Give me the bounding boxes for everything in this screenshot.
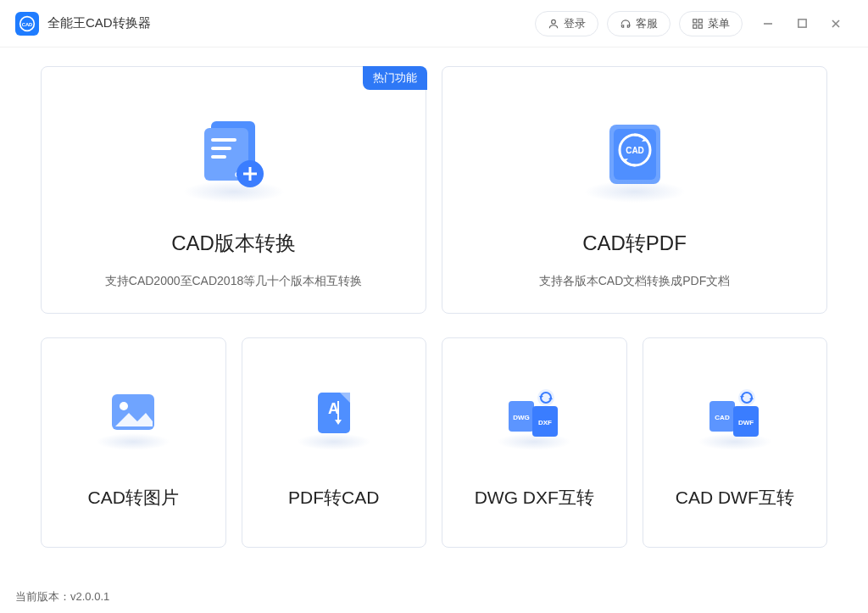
status-version: 当前版本：v2.0.0.1 — [15, 589, 109, 605]
login-label: 登录 — [564, 16, 586, 31]
card-pdf-to-cad[interactable]: A PDF转CAD — [242, 337, 427, 548]
card-title: DWG DXF互转 — [475, 486, 594, 510]
svg-text:CAD: CAD — [715, 414, 730, 421]
svg-rect-4 — [698, 19, 702, 22]
close-button[interactable] — [819, 7, 853, 41]
svg-rect-14 — [211, 147, 231, 150]
close-icon — [830, 18, 842, 30]
menu-button[interactable]: 菜单 — [679, 11, 743, 36]
support-button[interactable]: 客服 — [607, 11, 670, 36]
svg-text:DWG: DWG — [513, 414, 530, 421]
cad-logo-icon: CAD — [19, 15, 36, 32]
svg-rect-13 — [211, 138, 236, 142]
svg-text:CAD: CAD — [626, 146, 644, 155]
card-cad-to-image[interactable]: CAD转图片 — [41, 337, 226, 548]
card-desc: 支持CAD2000至CAD2018等几十个版本相互转换 — [105, 274, 362, 289]
svg-rect-8 — [798, 20, 805, 27]
app-title: 全能王CAD转换器 — [47, 15, 151, 31]
svg-point-2 — [552, 20, 556, 24]
card-title: CAD版本转换 — [171, 230, 296, 257]
cad-image-icon — [95, 376, 171, 452]
card-dwg-dxf[interactable]: DWG DXF DWG DXF互转 — [442, 337, 627, 548]
svg-text:DWF: DWF — [738, 419, 754, 426]
card-cad-version-convert[interactable]: 热门功能 CAD CAD版本转换 支持CAD2000至CAD2018等几十个版本… — [41, 66, 426, 314]
cad-dwf-icon: CAD DWF — [697, 376, 773, 452]
card-title: PDF转CAD — [288, 486, 379, 510]
grid-icon — [692, 18, 704, 30]
svg-point-27 — [120, 402, 128, 410]
minimize-icon — [762, 18, 774, 30]
user-icon — [548, 18, 559, 30]
svg-rect-5 — [693, 25, 697, 28]
feature-row-bottom: CAD转图片 A PDF转CAD DWG — [41, 337, 827, 548]
card-title: CAD转图片 — [88, 486, 179, 510]
hot-badge: 热门功能 — [363, 66, 427, 90]
dwg-dxf-icon: DWG DXF — [496, 376, 572, 452]
svg-text:CAD: CAD — [22, 21, 33, 26]
minimize-button[interactable] — [751, 7, 785, 41]
titlebar: CAD 全能王CAD转换器 登录 客服 菜单 — [0, 0, 868, 47]
card-cad-dwf[interactable]: CAD DWF CAD DWF互转 — [643, 337, 828, 548]
card-cad-to-pdf[interactable]: CAD CAD转PDF 支持各版本CAD文档转换成PDF文档 — [442, 66, 827, 314]
pdf-cad-icon: A — [296, 376, 372, 452]
headset-icon — [620, 18, 632, 30]
support-label: 客服 — [636, 16, 658, 31]
login-button[interactable]: 登录 — [535, 11, 598, 36]
card-desc: 支持各版本CAD文档转换成PDF文档 — [539, 274, 731, 289]
svg-rect-6 — [698, 25, 702, 28]
cad-pdf-icon: CAD — [580, 101, 690, 211]
card-title: CAD DWF互转 — [676, 486, 794, 510]
cad-version-icon: CAD — [179, 101, 289, 211]
card-title: CAD转PDF — [582, 230, 687, 257]
svg-rect-15 — [211, 155, 226, 159]
app-logo: CAD — [15, 12, 39, 36]
main-content: 热门功能 CAD CAD版本转换 支持CAD2000至CAD2018等几十个版本… — [0, 47, 868, 548]
maximize-button[interactable] — [785, 7, 819, 41]
menu-label: 菜单 — [708, 16, 730, 31]
feature-row-top: 热门功能 CAD CAD版本转换 支持CAD2000至CAD2018等几十个版本… — [41, 66, 827, 314]
maximize-icon — [797, 18, 808, 29]
svg-text:DXF: DXF — [538, 419, 552, 426]
svg-rect-3 — [693, 19, 697, 22]
